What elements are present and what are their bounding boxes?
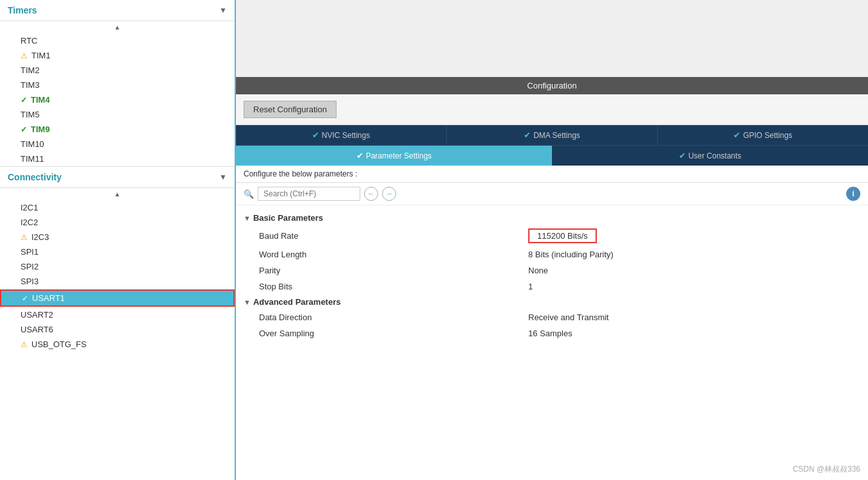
tab-bar-bottom: ✔ Parameter Settings ✔ User Constants bbox=[236, 145, 868, 166]
spi3-label: SPI3 bbox=[21, 277, 38, 286]
usb-otg-fs-label: USB_OTG_FS bbox=[31, 339, 87, 349]
sidebar-item-tim10[interactable]: TIM10 bbox=[0, 137, 235, 151]
gpio-tab-label: GPIO Settings bbox=[743, 131, 792, 140]
spi1-label: SPI1 bbox=[21, 247, 38, 257]
sidebar-item-spi1[interactable]: SPI1 bbox=[0, 244, 235, 259]
scroll-up-icon: ▲ bbox=[114, 24, 121, 31]
i2c1-label: I2C1 bbox=[21, 203, 38, 212]
over-sampling-value[interactable]: 16 Samples bbox=[528, 329, 572, 338]
tim11-label: TIM11 bbox=[21, 154, 44, 164]
dma-check-icon: ✔ bbox=[524, 130, 531, 140]
param-baud-rate: Baud Rate 115200 Bits/s bbox=[244, 225, 860, 246]
params-hint: Configure the below parameters : bbox=[236, 166, 868, 183]
sidebar-item-rtc[interactable]: RTC bbox=[0, 33, 235, 48]
tab-gpio-settings[interactable]: ✔ GPIO Settings bbox=[658, 125, 868, 145]
rtc-label: RTC bbox=[21, 36, 37, 46]
tim9-label: TIM9 bbox=[31, 124, 50, 134]
usart6-label: USART6 bbox=[21, 325, 53, 334]
sidebar-item-tim4[interactable]: TIM4 bbox=[0, 92, 235, 107]
stop-bits-value[interactable]: 1 bbox=[528, 282, 533, 291]
baud-rate-value[interactable]: 115200 Bits/s bbox=[528, 228, 597, 243]
tab-nvic-settings[interactable]: ✔ NVIC Settings bbox=[236, 125, 447, 145]
config-title: Configuration bbox=[527, 81, 576, 90]
parity-value[interactable]: None bbox=[528, 266, 548, 275]
sidebar-item-tim1[interactable]: TIM1 bbox=[0, 48, 235, 63]
sidebar-item-i2c1[interactable]: I2C1 bbox=[0, 200, 235, 215]
i2c2-label: I2C2 bbox=[21, 218, 38, 227]
baud-rate-label: Baud Rate bbox=[259, 231, 528, 241]
sidebar-item-spi2[interactable]: SPI2 bbox=[0, 259, 235, 274]
word-length-value[interactable]: 8 Bits (including Parity) bbox=[528, 250, 613, 259]
watermark: CSDN @林叔叔336 bbox=[792, 464, 860, 475]
search-bar: 🔍 ← → i bbox=[236, 183, 868, 205]
connectivity-label: Connectivity bbox=[8, 172, 62, 182]
config-panel: Configuration Reset Configuration ✔ NVIC… bbox=[236, 77, 868, 480]
over-sampling-label: Over Sampling bbox=[259, 329, 528, 338]
param-check-icon: ✔ bbox=[356, 151, 363, 160]
advanced-params-header[interactable]: ▼ Advanced Parameters bbox=[244, 295, 860, 309]
info-button[interactable]: i bbox=[846, 187, 860, 201]
top-area bbox=[236, 0, 868, 77]
data-direction-value[interactable]: Receive and Transmit bbox=[528, 313, 609, 322]
nav-next-button[interactable]: → bbox=[382, 187, 396, 201]
tim2-label: TIM2 bbox=[21, 65, 40, 75]
tab-dma-settings[interactable]: ✔ DMA Settings bbox=[447, 125, 658, 145]
tab-parameter-settings[interactable]: ✔ Parameter Settings bbox=[236, 146, 552, 166]
sidebar-item-tim9[interactable]: TIM9 bbox=[0, 122, 235, 137]
usart1-label: USART1 bbox=[32, 293, 65, 303]
sidebar-item-usart6[interactable]: USART6 bbox=[0, 322, 235, 337]
config-toolbar: Reset Configuration bbox=[236, 94, 868, 125]
connectivity-list: I2C1 I2C2 I2C3 SPI1 SPI2 SPI3 USART1 USA… bbox=[0, 200, 235, 352]
connectivity-section-header[interactable]: Connectivity ▼ bbox=[0, 167, 235, 188]
hint-text: Configure the below parameters : bbox=[244, 169, 357, 178]
left-sidebar: Timers ▼ ▲ RTC TIM1 TIM2 TIM3 TIM4 TIM5 bbox=[0, 0, 236, 480]
param-data-direction: Data Direction Receive and Transmit bbox=[244, 309, 860, 325]
timers-section-header[interactable]: Timers ▼ bbox=[0, 0, 235, 21]
sidebar-item-usart2[interactable]: USART2 bbox=[0, 307, 235, 322]
i2c3-label: I2C3 bbox=[31, 232, 49, 242]
word-length-label: Word Length bbox=[259, 250, 528, 259]
sidebar-item-tim5[interactable]: TIM5 bbox=[0, 107, 235, 122]
param-word-length: Word Length 8 Bits (including Parity) bbox=[244, 246, 860, 262]
timers-label: Timers bbox=[8, 5, 37, 15]
param-tab-label: Parameter Settings bbox=[366, 151, 432, 160]
sidebar-item-i2c3[interactable]: I2C3 bbox=[0, 230, 235, 244]
tab-user-constants[interactable]: ✔ User Constants bbox=[552, 146, 868, 166]
sidebar-item-usb-otg-fs[interactable]: USB_OTG_FS bbox=[0, 337, 235, 352]
basic-params-header[interactable]: ▼ Basic Parameters bbox=[244, 210, 860, 225]
sidebar-item-spi3[interactable]: SPI3 bbox=[0, 274, 235, 289]
timers-scroll-up[interactable]: ▲ bbox=[0, 21, 235, 33]
tim3-label: TIM3 bbox=[21, 80, 40, 90]
sidebar-item-tim3[interactable]: TIM3 bbox=[0, 78, 235, 92]
sidebar-item-tim2[interactable]: TIM2 bbox=[0, 63, 235, 78]
param-over-sampling: Over Sampling 16 Samples bbox=[244, 325, 860, 341]
timers-list: RTC TIM1 TIM2 TIM3 TIM4 TIM5 TIM9 TIM10 bbox=[0, 33, 235, 166]
search-input[interactable] bbox=[258, 187, 360, 201]
sidebar-item-i2c2[interactable]: I2C2 bbox=[0, 215, 235, 230]
main-content: Configuration Reset Configuration ✔ NVIC… bbox=[236, 0, 868, 480]
tim5-label: TIM5 bbox=[21, 110, 40, 119]
tab-bar-top: ✔ NVIC Settings ✔ DMA Settings ✔ GPIO Se… bbox=[236, 125, 868, 145]
nvic-tab-label: NVIC Settings bbox=[322, 131, 370, 140]
spi2-label: SPI2 bbox=[21, 262, 38, 271]
param-stop-bits: Stop Bits 1 bbox=[244, 279, 860, 295]
connectivity-scroll-up[interactable]: ▲ bbox=[0, 188, 235, 200]
tim1-label: TIM1 bbox=[31, 51, 51, 60]
reset-config-button[interactable]: Reset Configuration bbox=[244, 101, 337, 118]
sidebar-item-usart1[interactable]: USART1 bbox=[0, 289, 235, 307]
stop-bits-label: Stop Bits bbox=[259, 282, 528, 291]
gpio-check-icon: ✔ bbox=[733, 130, 740, 140]
data-direction-label: Data Direction bbox=[259, 313, 528, 322]
advanced-params-chevron-icon: ▼ bbox=[244, 298, 251, 306]
param-parity: Parity None bbox=[244, 262, 860, 279]
nav-prev-button[interactable]: ← bbox=[364, 187, 378, 201]
parity-label: Parity bbox=[259, 266, 528, 275]
usart2-label: USART2 bbox=[21, 310, 53, 320]
scroll-up-icon-2: ▲ bbox=[114, 191, 121, 198]
basic-params-label: Basic Parameters bbox=[253, 213, 323, 223]
user-const-tab-label: User Constants bbox=[689, 151, 742, 160]
user-const-check-icon: ✔ bbox=[679, 151, 686, 160]
tim10-label: TIM10 bbox=[21, 139, 44, 149]
tim4-label: TIM4 bbox=[31, 95, 50, 105]
sidebar-item-tim11[interactable]: TIM11 bbox=[0, 151, 235, 166]
